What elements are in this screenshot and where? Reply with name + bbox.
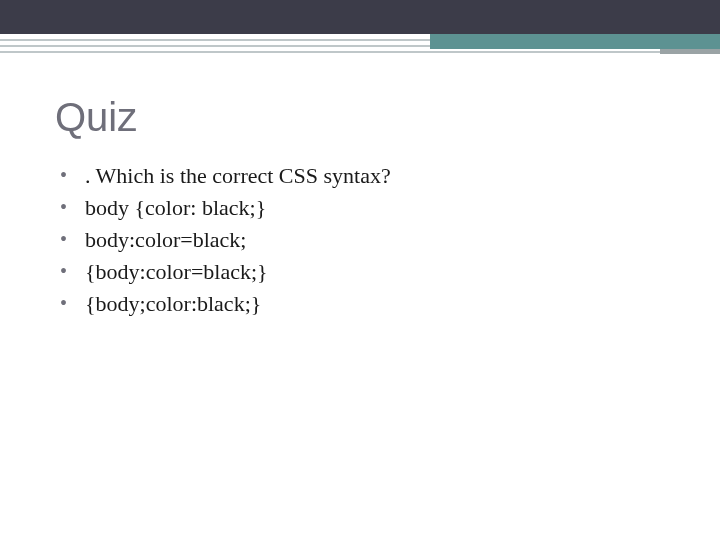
list-item: . Which is the correct CSS syntax? [75, 160, 690, 192]
list-item: body:color=black; [75, 224, 690, 256]
list-item: {body;color:black;} [75, 288, 690, 320]
list-item: body {color: black;} [75, 192, 690, 224]
slide-title: Quiz [55, 95, 690, 140]
decorative-accent-stub [660, 49, 720, 54]
decorative-line [0, 51, 720, 53]
decorative-accent-bar [430, 34, 720, 49]
slide-content: Quiz . Which is the correct CSS syntax? … [55, 95, 690, 319]
list-item: {body:color=black;} [75, 256, 690, 288]
slide-top-bar [0, 0, 720, 34]
bullet-list: . Which is the correct CSS syntax? body … [55, 160, 690, 319]
